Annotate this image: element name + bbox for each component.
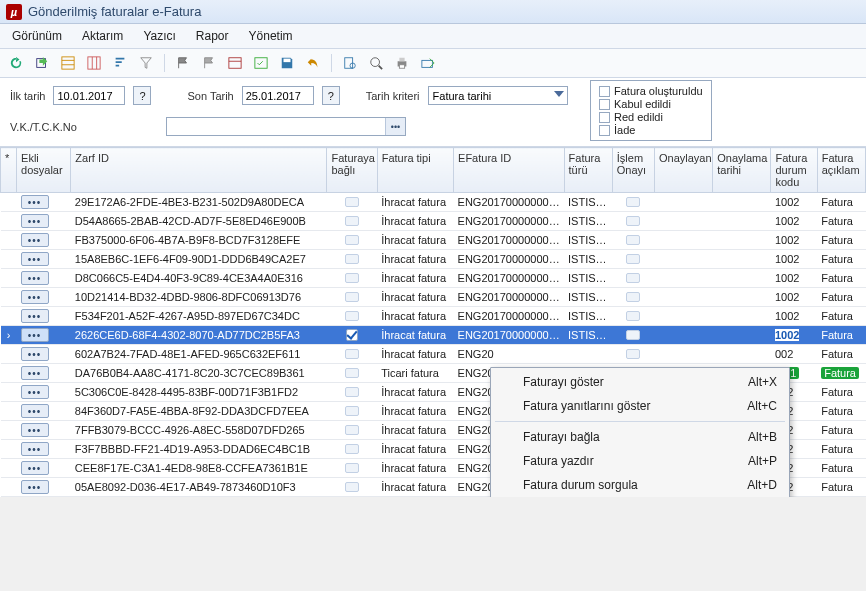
table-row[interactable]: ›•••2626CE6D-68F4-4302-8070-AD77DC2B5FA3… — [1, 326, 866, 345]
col-ekli[interactable]: Ekli dosyalar — [17, 148, 71, 193]
cell-ekli[interactable]: ••• — [17, 383, 71, 402]
cell-ekli[interactable]: ••• — [17, 364, 71, 383]
cell-ekli[interactable]: ••• — [17, 440, 71, 459]
col-islem[interactable]: İşlem Onayı — [612, 148, 654, 193]
tool-flag2-icon[interactable] — [199, 53, 219, 73]
cell-islem[interactable] — [612, 212, 654, 231]
cell-fbagli[interactable] — [327, 364, 377, 383]
cell-islem[interactable] — [612, 307, 654, 326]
ellipsis-button[interactable]: ••• — [21, 328, 49, 342]
tool-zoom-icon[interactable] — [366, 53, 386, 73]
ellipsis-button[interactable]: ••• — [21, 271, 49, 285]
tool-table-check-icon[interactable] — [251, 53, 271, 73]
table-row[interactable]: •••D54A8665-2BAB-42CD-AD7F-5E8ED46E900Bİ… — [1, 212, 866, 231]
cell-fbagli[interactable] — [327, 440, 377, 459]
col-efid[interactable]: EFatura ID — [454, 148, 565, 193]
tool-table-icon[interactable] — [225, 53, 245, 73]
cell-fbagli[interactable] — [327, 250, 377, 269]
cell-islem[interactable] — [612, 250, 654, 269]
cell-ekli[interactable]: ••• — [17, 345, 71, 364]
ellipsis-button[interactable]: ••• — [21, 423, 49, 437]
table-row[interactable]: •••602A7B24-7FAD-48E1-AFED-965C632EF611İ… — [1, 345, 866, 364]
col-fturu[interactable]: Fatura türü — [564, 148, 612, 193]
table-row[interactable]: •••15A8EB6C-1EF6-4F09-90D1-DDD6B49CA2E7İ… — [1, 250, 866, 269]
menu-yazici[interactable]: Yazıcı — [139, 27, 179, 45]
table-row[interactable]: •••F534F201-A52F-4267-A95D-897ED67C34DCİ… — [1, 307, 866, 326]
context-menu-item[interactable]: Fatura yazdırAlt+P — [493, 449, 787, 473]
context-menu-item[interactable]: Fatura yanıtlarını gösterAlt+C — [493, 394, 787, 418]
cell-fbagli[interactable] — [327, 212, 377, 231]
cb-iade[interactable] — [599, 125, 610, 136]
cell-fbagli[interactable] — [327, 402, 377, 421]
context-menu-item[interactable]: Fatura durum sorgulaAlt+D — [493, 473, 787, 497]
tool-columns-icon[interactable] — [84, 53, 104, 73]
son-tarih-picker-button[interactable]: ? — [322, 86, 340, 105]
col-durum[interactable]: Fatura durum kodu — [771, 148, 817, 193]
ellipsis-button[interactable]: ••• — [21, 233, 49, 247]
tool-undo-icon[interactable] — [303, 53, 323, 73]
tool-send-icon[interactable] — [418, 53, 438, 73]
ellipsis-button[interactable]: ••• — [21, 442, 49, 456]
col-aciklama[interactable]: Fatura açıklam — [817, 148, 865, 193]
ellipsis-button[interactable]: ••• — [21, 461, 49, 475]
table-row[interactable]: •••FB375000-6F06-4B7A-B9F8-BCD7F3128EFEİ… — [1, 231, 866, 250]
cell-fbagli[interactable] — [327, 459, 377, 478]
cell-ekli[interactable]: ••• — [17, 250, 71, 269]
tool-save-icon[interactable] — [277, 53, 297, 73]
cell-islem[interactable] — [612, 269, 654, 288]
cell-ekli[interactable]: ••• — [17, 231, 71, 250]
cb-red-edildi[interactable] — [599, 112, 610, 123]
cell-fbagli[interactable] — [327, 383, 377, 402]
cell-islem[interactable] — [612, 326, 654, 345]
tool-print-icon[interactable] — [392, 53, 412, 73]
ellipsis-button[interactable]: ••• — [21, 252, 49, 266]
col-ftipi[interactable]: Fatura tipi — [377, 148, 453, 193]
tarih-kriteri-combo[interactable] — [428, 86, 568, 105]
cell-ekli[interactable]: ••• — [17, 212, 71, 231]
cell-fbagli[interactable] — [327, 326, 377, 345]
cell-fbagli[interactable] — [327, 421, 377, 440]
cell-ekli[interactable]: ••• — [17, 402, 71, 421]
cell-fbagli[interactable] — [327, 288, 377, 307]
tool-flag-icon[interactable] — [173, 53, 193, 73]
cell-fbagli[interactable] — [327, 478, 377, 497]
table-row[interactable]: •••10D21414-BD32-4DBD-9806-8DFC06913D76İ… — [1, 288, 866, 307]
tool-preview-icon[interactable] — [340, 53, 360, 73]
cell-fbagli[interactable] — [327, 307, 377, 326]
cell-ekli[interactable]: ••• — [17, 269, 71, 288]
table-row[interactable]: •••29E172A6-2FDE-4BE3-B231-502D9A80DECAİ… — [1, 193, 866, 212]
cell-fbagli[interactable] — [327, 193, 377, 212]
cell-ekli[interactable]: ••• — [17, 288, 71, 307]
context-menu-item[interactable]: Faturayı gösterAlt+X — [493, 370, 787, 394]
ellipsis-button[interactable]: ••• — [21, 480, 49, 494]
menu-yonetim[interactable]: Yönetim — [245, 27, 297, 45]
tool-sort-icon[interactable] — [110, 53, 130, 73]
ellipsis-button[interactable]: ••• — [21, 195, 49, 209]
ellipsis-button[interactable]: ••• — [21, 214, 49, 228]
cell-islem[interactable] — [612, 345, 654, 364]
vk-lookup-button[interactable]: ••• — [385, 118, 405, 135]
cell-islem[interactable] — [612, 193, 654, 212]
cell-fbagli[interactable] — [327, 345, 377, 364]
cell-ekli[interactable]: ••• — [17, 478, 71, 497]
ellipsis-button[interactable]: ••• — [21, 309, 49, 323]
col-onaylayan[interactable]: Onaylayan — [654, 148, 712, 193]
cell-ekli[interactable]: ••• — [17, 326, 71, 345]
ellipsis-button[interactable]: ••• — [21, 366, 49, 380]
menu-aktarim[interactable]: Aktarım — [78, 27, 127, 45]
col-otarihi[interactable]: Onaylama tarihi — [713, 148, 771, 193]
tool-grid-icon[interactable] — [58, 53, 78, 73]
col-zarf[interactable]: Zarf ID — [71, 148, 327, 193]
cell-ekli[interactable]: ••• — [17, 193, 71, 212]
son-tarih-input[interactable] — [242, 86, 314, 105]
col-star[interactable]: * — [1, 148, 17, 193]
cell-fbagli[interactable] — [327, 269, 377, 288]
cell-fbagli[interactable] — [327, 231, 377, 250]
tool-export-icon[interactable] — [32, 53, 52, 73]
menu-rapor[interactable]: Rapor — [192, 27, 233, 45]
ellipsis-button[interactable]: ••• — [21, 290, 49, 304]
context-menu-item[interactable]: Faturayı bağlaAlt+B — [493, 425, 787, 449]
col-fbagli[interactable]: Faturaya bağlı — [327, 148, 377, 193]
tool-refresh-icon[interactable] — [6, 53, 26, 73]
cell-islem[interactable] — [612, 231, 654, 250]
